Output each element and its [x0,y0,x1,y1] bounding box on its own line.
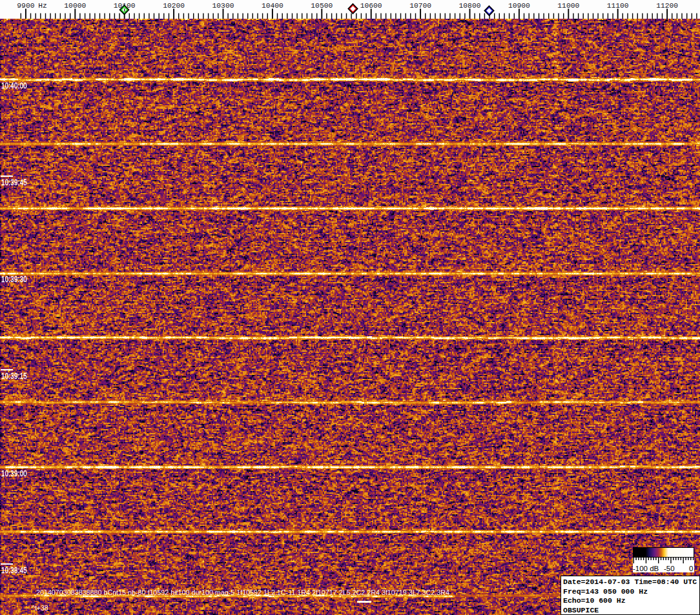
svg-text:10600: 10600 [360,2,382,10]
svg-text:10800: 10800 [459,2,481,10]
svg-text:11100: 11100 [607,2,629,10]
svg-text:10500: 10500 [311,2,333,10]
svg-text:10400: 10400 [262,2,283,10]
svg-text:11000: 11000 [557,2,579,10]
svg-text:10200: 10200 [163,2,185,10]
svg-text:10000: 10000 [64,2,86,10]
svg-text:10900: 10900 [508,2,530,10]
svg-text:10700: 10700 [409,2,431,10]
svg-text:10300: 10300 [212,2,234,10]
svg-text:11200: 11200 [656,2,678,10]
svg-text:9900: 9900 [17,2,34,10]
svg-text:Hz: Hz [38,2,47,10]
